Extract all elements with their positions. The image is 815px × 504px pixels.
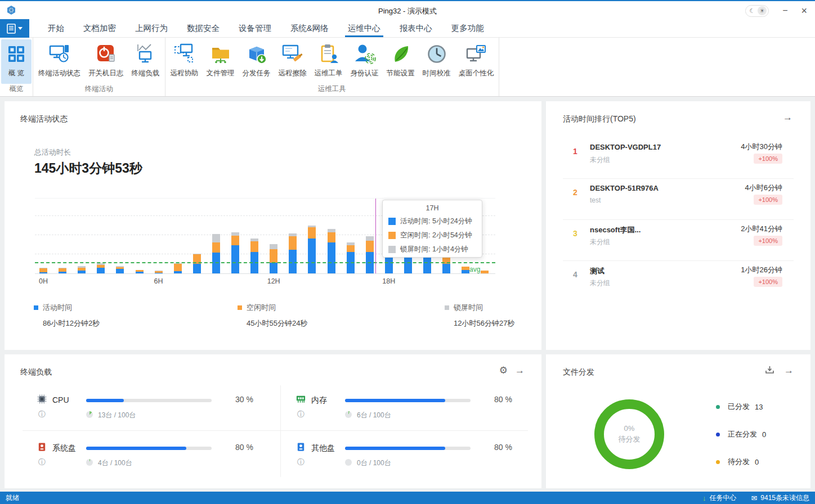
theme-toggle[interactable]: ☾ ☀ (745, 5, 769, 17)
device-group: 未分组 (590, 155, 610, 165)
sun-icon[interactable]: ☀ (758, 6, 767, 15)
device-group: test (590, 196, 601, 204)
ranking-item-2[interactable]: 2DESKTOP-51R976Atest4小时6分钟+100% (563, 179, 794, 220)
bar-segment (97, 263, 105, 265)
ranking-item-4[interactable]: 4测试未分组1小时26分钟+100% (563, 261, 794, 302)
ribbon-tab-7[interactable]: 报表中心 (390, 19, 442, 37)
legend-value: 86小时12分钟2秒 (43, 318, 100, 328)
moon-icon[interactable]: ☾ (747, 6, 756, 15)
tooltip-swatch (388, 232, 396, 239)
toolbar-button-label: 桌面个性化 (459, 69, 494, 78)
toolbar-button-monitor-chart[interactable]: 终端负载 (128, 39, 164, 84)
legend-label: 活动时间 (43, 303, 72, 313)
load-item-otherdisk: 其他盘80 %ⓘ0台 / 100台 (281, 436, 539, 478)
bar-segment (404, 257, 412, 273)
ribbon-tab-8[interactable]: 更多功能 (442, 19, 494, 37)
rank-number: 3 (573, 229, 577, 238)
x-tick-12H: 12H (267, 277, 280, 285)
toolbar-button-label: 身份认证 (351, 69, 379, 78)
toolbar-button-power[interactable]: 开关机日志 (84, 39, 128, 84)
arrow-right-icon[interactable]: → (783, 112, 792, 122)
dist-legend-value: 13 (755, 403, 763, 411)
device-count: 0台 / 100台 (357, 458, 391, 468)
legend-item-1[interactable]: 空闲时间45小时55分钟24秒 (238, 303, 307, 328)
ribbon-tab-0[interactable]: 开始 (38, 19, 74, 37)
toolbar-group-label: 运维工具 (167, 84, 498, 96)
tooltip-row: 活动时间: 5小时24分钟 (388, 214, 476, 228)
toolbar-button-brush[interactable]: 远程擦除 (275, 39, 311, 84)
info-icon[interactable]: ⓘ (38, 410, 46, 420)
legend-item-0[interactable]: 活动时间86小时12分钟2秒 (34, 303, 100, 328)
toolbar-button-row: 终端活动状态开关机日志终端负载 (34, 38, 164, 84)
toolbar-group-label: 概览 (1, 84, 32, 96)
device-name: 测试 (590, 266, 604, 276)
info-icon[interactable]: ⓘ (297, 410, 304, 420)
task-center-label: 任务中心 (709, 493, 736, 503)
bar-segment (97, 265, 105, 268)
legend-swatch (445, 305, 449, 310)
ribbon-tab-6[interactable]: 运维中心 (338, 19, 390, 37)
device-name: nsecsoft李国... (590, 225, 641, 235)
close-button[interactable]: × (801, 6, 807, 16)
dist-legend-value: 0 (755, 458, 759, 466)
toolbar-button-grid[interactable]: 概 览 (1, 39, 32, 84)
toolbar-button-label: 概 览 (8, 69, 24, 78)
ribbon-tab-5[interactable]: 系统&网络 (281, 19, 338, 37)
minimize-button[interactable]: − (782, 6, 787, 15)
load-item-name: 其他盘 (311, 443, 335, 453)
gear-icon[interactable]: ⚙ (499, 366, 508, 375)
ribbon-tab-1[interactable]: 文档加密 (74, 19, 126, 37)
unread-messages-button[interactable]: ✉ 9415条未读信息 (751, 493, 809, 503)
load-progress-fill (86, 447, 186, 450)
legend-item-2[interactable]: 锁屏时间12小时56分钟27秒 (445, 303, 514, 328)
arrow-right-icon[interactable]: → (784, 366, 794, 375)
dist-legend-item-2: 待分发0 (716, 457, 759, 467)
bar-segment (212, 234, 220, 242)
toolbar-button-clipboard[interactable]: 运维工单 (311, 39, 347, 84)
memory-icon (295, 394, 306, 407)
load-progress-bar (345, 447, 471, 450)
ribbon-toolbar: 概 览概览终端活动状态开关机日志终端负载终端活动远程协助文件管理分发任务远程擦除… (0, 38, 815, 97)
toolbar-button-identity[interactable]: 身份认证 (347, 39, 383, 84)
info-icon[interactable]: ⓘ (297, 457, 304, 467)
dist-legend-value: 0 (762, 430, 766, 439)
ribbon-tab-3[interactable]: 数据安全 (177, 19, 229, 37)
bar-segment (136, 270, 144, 271)
toolbar-button-leaf[interactable]: 节能设置 (383, 39, 419, 84)
toolbar-groups: 概 览概览终端活动状态开关机日志终端负载终端活动远程协助文件管理分发任务远程擦除… (0, 38, 499, 96)
mail-icon: ✉ (751, 494, 757, 502)
toolbar-button-row: 概 览 (1, 38, 32, 84)
tooltip-row: 空闲时间: 2小时54分钟 (388, 228, 476, 242)
toolbar-button-label: 远程协助 (171, 69, 199, 78)
toolbar-button-label: 时间校准 (423, 69, 451, 78)
toolbar-button-label: 远程擦除 (279, 69, 307, 78)
unread-messages-label: 9415条未读信息 (760, 493, 809, 503)
main-menu-button[interactable] (0, 19, 29, 38)
arrow-right-icon[interactable]: → (515, 366, 525, 375)
ranking-item-3[interactable]: 3nsecsoft李国...未分组2小时41分钟+100% (563, 220, 794, 261)
ribbon-tab-2[interactable]: 上网行为 (126, 19, 177, 37)
legend-label-row: 空闲时间 (238, 303, 307, 313)
dist-legend-label: 待分发 (728, 457, 750, 467)
task-center-button[interactable]: ↓ 任务中心 (702, 493, 737, 503)
bar-segment (347, 242, 355, 246)
x-tick-6H: 6H (154, 277, 163, 285)
bar-segment (231, 245, 239, 273)
toolbar-button-desktop[interactable]: 桌面个性化 (455, 39, 498, 84)
chart-tooltip: 17H 活动时间: 5小时24分钟空闲时间: 2小时54分钟锁屏时间: 1小时4… (382, 200, 482, 258)
ranking-item-1[interactable]: 1DESKTOP-VGDPL17未分组4小时30分钟+100% (563, 138, 794, 179)
terminal-load-panel: 终端负载 ⚙ → CPU30 %ⓘ13台 / 100台内存80 %ⓘ6台 / 1… (5, 354, 541, 488)
info-icon[interactable]: ⓘ (38, 457, 46, 467)
toolbar-button-package[interactable]: 分发任务 (239, 39, 275, 84)
ribbon-tab-4[interactable]: 设备管理 (229, 19, 281, 37)
panel-title: 文件分发 (563, 367, 594, 377)
toolbar-button-clock[interactable]: 时间校准 (419, 39, 455, 84)
change-badge: +100% (754, 154, 782, 164)
download-icon[interactable] (765, 365, 774, 376)
change-badge: +100% (754, 236, 782, 246)
toolbar-button-folder[interactable]: 文件管理 (203, 39, 239, 84)
toolbar-button-remote[interactable]: 远程协助 (167, 39, 203, 84)
change-badge: +100% (754, 195, 782, 205)
remote-icon (173, 43, 196, 65)
toolbar-button-monitor-clock[interactable]: 终端活动状态 (34, 39, 84, 84)
